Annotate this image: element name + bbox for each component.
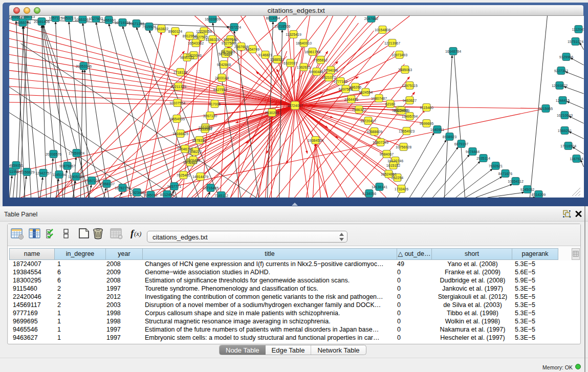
svg-text:19166825: 19166825	[172, 132, 188, 136]
svg-text:16543362: 16543362	[187, 41, 203, 45]
svg-text:1353594: 1353594	[198, 127, 211, 131]
svg-text:2364436: 2364436	[344, 98, 358, 101]
svg-text:9245052: 9245052	[520, 188, 534, 191]
svg-text:1640951: 1640951	[430, 128, 444, 132]
svg-text:7663822: 7663822	[154, 27, 168, 31]
svg-text:746266: 746266	[349, 85, 361, 89]
svg-text:8186328: 8186328	[205, 38, 219, 41]
svg-text:15720407: 15720407	[360, 119, 376, 123]
svg-text:11156829: 11156829	[19, 170, 34, 174]
svg-text:3911991: 3911991	[9, 170, 19, 173]
svg-text:9134056: 9134056	[362, 192, 376, 195]
svg-text:9699695: 9699695	[419, 122, 433, 125]
svg-text:7986322: 7986322	[352, 108, 365, 112]
svg-text:15751074: 15751074	[567, 40, 583, 43]
svg-text:9853217: 9853217	[61, 16, 75, 20]
svg-text:9115460: 9115460	[420, 106, 433, 110]
svg-text:12211339: 12211339	[170, 85, 186, 89]
svg-text:1362615: 1362615	[296, 65, 310, 69]
svg-text:9084067: 9084067	[379, 152, 393, 156]
svg-text:1057115: 1057115	[49, 16, 62, 20]
svg-text:1145194: 1145194	[52, 173, 66, 177]
svg-text:1621072: 1621072	[321, 76, 335, 79]
svg-text:16033809: 16033809	[204, 17, 220, 21]
svg-text:16782759: 16782759	[114, 186, 130, 190]
svg-text:17016504: 17016504	[560, 144, 576, 148]
svg-text:10688609: 10688609	[366, 130, 382, 134]
svg-text:16524851: 16524851	[380, 172, 396, 176]
svg-text:9909488: 9909488	[186, 159, 200, 162]
svg-text:8813054: 8813054	[266, 16, 279, 20]
svg-text:8454749: 8454749	[245, 48, 259, 51]
svg-text:20206576: 20206576	[45, 152, 61, 156]
svg-text:8990448: 8990448	[309, 70, 323, 74]
svg-text:1615152: 1615152	[386, 164, 400, 167]
svg-text:9245012: 9245012	[143, 193, 157, 197]
svg-text:8878332: 8878332	[192, 139, 206, 142]
svg-text:9498222: 9498222	[187, 150, 201, 154]
svg-text:1569291: 1569291	[557, 129, 571, 133]
svg-text:13495794: 13495794	[401, 115, 417, 118]
svg-text:18807249: 18807249	[372, 141, 388, 144]
svg-text:11325419: 11325419	[286, 33, 301, 36]
svg-text:9327546: 9327546	[223, 38, 237, 41]
svg-text:2530203: 2530203	[265, 111, 278, 115]
svg-text:2803144: 2803144	[214, 76, 228, 80]
svg-text:12093872: 12093872	[551, 84, 567, 87]
svg-text:10025453: 10025453	[393, 109, 409, 113]
svg-text:13716485: 13716485	[202, 186, 218, 190]
svg-text:20691406: 20691406	[33, 20, 49, 24]
svg-text:8514209: 8514209	[531, 193, 545, 196]
svg-text:12905185: 12905185	[68, 175, 83, 179]
svg-text:7485063: 7485063	[398, 68, 411, 72]
svg-text:8427552: 8427552	[213, 88, 227, 92]
svg-text:7632621: 7632621	[488, 164, 502, 168]
svg-text:12226058: 12226058	[195, 30, 211, 33]
svg-text:2718126: 2718126	[173, 71, 187, 74]
svg-text:(x): (x)	[134, 230, 141, 237]
svg-text:9146821: 9146821	[258, 53, 272, 57]
svg-text:10154808: 10154808	[374, 28, 390, 32]
svg-text:10807487: 10807487	[371, 97, 386, 100]
svg-text:1112045: 1112045	[572, 28, 584, 31]
svg-text:1167534: 1167534	[570, 157, 583, 161]
svg-text:10653267: 10653267	[74, 18, 90, 21]
svg-text:10107554: 10107554	[169, 101, 185, 105]
svg-text:3624554: 3624554	[358, 91, 372, 94]
svg-text:3215955: 3215955	[538, 107, 552, 111]
svg-text:12942757: 12942757	[35, 171, 51, 175]
svg-text:62160: 62160	[385, 102, 395, 106]
svg-text:7957224: 7957224	[227, 26, 241, 29]
svg-text:14136141: 14136141	[371, 185, 387, 189]
svg-text:9890123: 9890123	[180, 56, 193, 59]
svg-text:252254: 252254	[391, 176, 403, 180]
svg-text:917006: 917006	[208, 102, 220, 106]
svg-text:19384554: 19384554	[307, 139, 323, 142]
svg-text:20053346: 20053346	[75, 64, 91, 68]
svg-text:10973493: 10973493	[391, 53, 407, 57]
svg-text:1733426: 1733426	[394, 187, 408, 191]
svg-text:9327508: 9327508	[221, 41, 235, 45]
svg-text:1588520: 1588520	[270, 58, 284, 61]
svg-text:12923468: 12923468	[128, 191, 144, 194]
svg-text:17957225: 17957225	[83, 179, 99, 183]
svg-text:16961758: 16961758	[304, 50, 320, 54]
svg-text:3267130: 3267130	[203, 114, 216, 118]
svg-text:90975867: 90975867	[59, 164, 75, 168]
svg-text:19218506: 19218506	[274, 25, 290, 28]
svg-text:6466160: 6466160	[101, 18, 115, 22]
svg-text:19654935: 19654935	[168, 117, 184, 121]
svg-text:10756928: 10756928	[395, 145, 411, 149]
svg-text:12213967: 12213967	[384, 41, 400, 45]
svg-text:9329966: 9329966	[559, 55, 573, 59]
svg-text:3875685: 3875685	[221, 50, 234, 54]
svg-text:18640910: 18640910	[295, 41, 311, 45]
svg-text:14055714: 14055714	[14, 21, 30, 25]
svg-text:9242848: 9242848	[216, 63, 230, 67]
svg-text:9463627: 9463627	[402, 99, 416, 102]
svg-text:16120746: 16120746	[387, 159, 403, 163]
svg-text:7625402: 7625402	[176, 173, 190, 177]
svg-text:10958107: 10958107	[98, 182, 114, 186]
svg-text:8012457: 8012457	[160, 193, 173, 196]
svg-text:8938923: 8938923	[442, 135, 456, 139]
